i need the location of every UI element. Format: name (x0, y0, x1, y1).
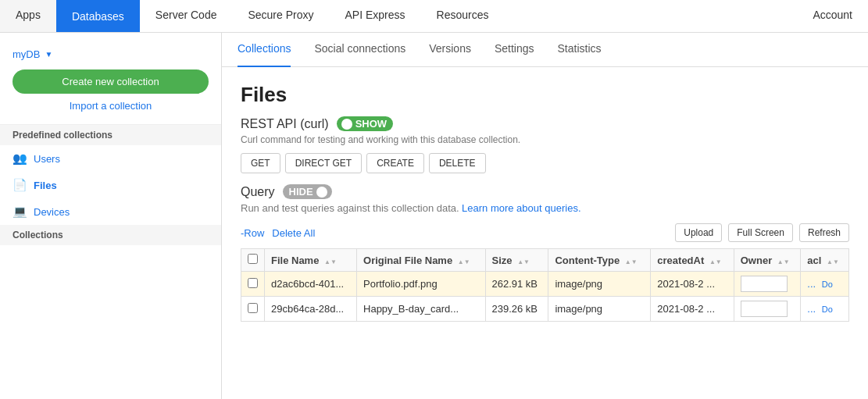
row1-do-button[interactable]: Do (822, 280, 833, 289)
sidebar-item-files[interactable]: 📄 Files (0, 172, 221, 198)
sort-createdat-icon[interactable]: ▲▼ (709, 258, 722, 265)
db-selector[interactable]: myDB ▼ (13, 45, 209, 63)
sub-nav: Collections Social connections Versions … (222, 33, 868, 67)
sidebar-item-users[interactable]: 👥 Users (0, 145, 221, 172)
table-controls-right: Upload Full Screen Refresh (675, 223, 849, 242)
content-area: Files REST API (curl) SHOW Curl command … (222, 67, 868, 337)
row1-size: 262.91 kB (485, 272, 548, 297)
sort-size-icon[interactable]: ▲▼ (517, 258, 530, 265)
rest-api-label: REST API (curl) (241, 117, 329, 131)
query-label: Query (241, 185, 275, 199)
col-createdat: createdAt ▲▼ (651, 249, 734, 272)
nav-secure-proxy[interactable]: Secure Proxy (232, 0, 329, 32)
row1-filename: ➜ d2ac6bcd-401... (265, 272, 357, 297)
sidebar-item-devices[interactable]: 💻 Devices (0, 198, 221, 225)
query-toggle-label: HIDE (289, 186, 313, 198)
subnav-versions[interactable]: Versions (429, 33, 471, 67)
sort-original-icon[interactable]: ▲▼ (458, 258, 470, 265)
rest-api-description: Curl command for testing and working wit… (241, 134, 849, 145)
nav-account[interactable]: Account (797, 0, 868, 32)
row2-filename: ➜ 29cb64ca-28d... (265, 297, 357, 322)
nav-server-code[interactable]: Server Code (140, 0, 233, 32)
col-acl: acl ▲▼ (801, 249, 849, 272)
users-label: Users (34, 153, 60, 165)
nav-resources[interactable]: Resources (421, 0, 505, 32)
table-wrapper: File Name ▲▼ Original File Name ▲▼ Size … (241, 248, 849, 322)
sort-filename-icon[interactable]: ▲▼ (324, 258, 337, 265)
row1-checkbox-cell[interactable] (241, 272, 265, 297)
row2-createdat: 2021-08-2 ... (651, 297, 734, 322)
select-all-checkbox[interactable] (248, 254, 258, 264)
subnav-statistics[interactable]: Statistics (558, 33, 602, 67)
row2-do-button[interactable]: Do (822, 305, 833, 314)
sidebar-top: myDB ▼ Create new collection Import a co… (0, 33, 221, 125)
nav-databases[interactable]: Databases (56, 0, 140, 32)
db-caret-icon: ▼ (45, 50, 52, 59)
nav-api-express[interactable]: API Express (330, 0, 421, 32)
db-name: myDB (13, 48, 40, 60)
subnav-settings[interactable]: Settings (495, 33, 534, 67)
sort-contenttype-icon[interactable]: ▲▼ (625, 258, 638, 265)
row1-checkbox[interactable] (248, 278, 258, 288)
col-original-filename: Original File Name ▲▼ (357, 249, 485, 272)
api-create-button[interactable]: CREATE (366, 153, 424, 173)
rest-api-toggle[interactable]: SHOW (337, 116, 393, 131)
create-collection-button[interactable]: Create new collection (13, 69, 209, 94)
full-screen-button[interactable]: Full Screen (728, 223, 793, 242)
subnav-social-connections[interactable]: Social connections (314, 33, 405, 67)
upload-button[interactable]: Upload (675, 223, 722, 242)
main-content: Collections Social connections Versions … (222, 33, 868, 399)
row2-original-filename: Happy_B-day_card... (357, 297, 485, 322)
files-icon: 📄 (13, 178, 27, 192)
toggle-circle-right-icon (316, 187, 327, 198)
api-get-button[interactable]: GET (241, 153, 280, 173)
table-header: File Name ▲▼ Original File Name ▲▼ Size … (241, 249, 849, 272)
users-icon: 👥 (13, 151, 27, 166)
col-filename: File Name ▲▼ (265, 249, 357, 272)
rest-api-row: REST API (curl) SHOW (241, 116, 849, 131)
table-row: ➜ 29cb64ca-28d... Happy_B-day_card... 23… (241, 297, 849, 322)
row2-checkbox[interactable] (248, 303, 258, 313)
row2-checkbox-cell[interactable] (241, 297, 265, 322)
row2-content-type: image/png (548, 297, 651, 322)
row1-acl: ... Do (801, 272, 849, 297)
refresh-button[interactable]: Refresh (799, 223, 849, 242)
row2-size: 239.26 kB (485, 297, 548, 322)
col-content-type: Content-Type ▲▼ (548, 249, 651, 272)
header-checkbox (241, 249, 265, 272)
devices-label: Devices (34, 206, 70, 218)
row1-createdat: 2021-08-2 ... (651, 272, 734, 297)
query-description: Run and test queries against this collec… (241, 202, 849, 214)
subnav-collections[interactable]: Collections (238, 33, 291, 67)
api-buttons-group: GET DIRECT GET CREATE DELETE (241, 153, 849, 173)
api-delete-button[interactable]: DELETE (429, 153, 486, 173)
toggle-circle-icon (341, 119, 352, 130)
table-body: ➜ d2ac6bcd-401... Portfolio.pdf.png 262.… (241, 272, 849, 322)
row1-owner (734, 272, 801, 297)
main-layout: myDB ▼ Create new collection Import a co… (0, 33, 868, 399)
row2-acl-button[interactable]: ... (807, 303, 816, 315)
table-controls-left: -Row Delete All (241, 227, 315, 239)
sort-acl-icon[interactable]: ▲▼ (827, 258, 839, 265)
api-direct-get-button[interactable]: DIRECT GET (285, 153, 362, 173)
collections-section-label: Collections (0, 225, 221, 245)
data-table: File Name ▲▼ Original File Name ▲▼ Size … (241, 248, 849, 322)
row-minus-button[interactable]: -Row (241, 227, 264, 239)
import-collection-link[interactable]: Import a collection (13, 100, 209, 112)
learn-more-link[interactable]: Learn more about queries. (462, 202, 580, 214)
rest-api-toggle-label: SHOW (355, 118, 387, 130)
table-controls: -Row Delete All Upload Full Screen Refre… (241, 223, 849, 242)
nav-apps[interactable]: Apps (0, 0, 56, 32)
row1-owner-input[interactable] (741, 276, 788, 292)
delete-all-button[interactable]: Delete All (272, 227, 315, 239)
query-row: Query HIDE (241, 184, 849, 199)
row2-owner-input[interactable] (741, 301, 788, 317)
row2-acl: ... Do (801, 297, 849, 322)
files-label: Files (34, 180, 57, 191)
table-row: ➜ d2ac6bcd-401... Portfolio.pdf.png 262.… (241, 272, 849, 297)
query-toggle[interactable]: HIDE (283, 184, 332, 199)
row1-acl-button[interactable]: ... (807, 278, 816, 290)
sort-owner-icon[interactable]: ▲▼ (777, 258, 790, 265)
predefined-collections-label: Predefined collections (0, 125, 221, 145)
row2-owner (734, 297, 801, 322)
